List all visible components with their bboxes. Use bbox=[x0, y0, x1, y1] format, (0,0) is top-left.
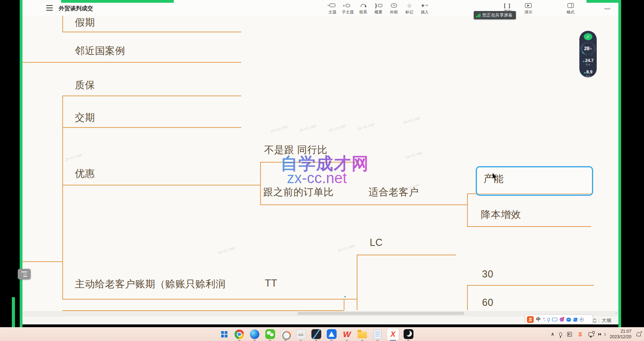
ime-mode-chinese[interactable]: 中 bbox=[536, 316, 541, 323]
watermark-tile: zx-cc.net bbox=[217, 245, 235, 255]
branch-line bbox=[344, 299, 344, 310]
ime-assistant-icon[interactable] bbox=[566, 318, 571, 322]
branch-line bbox=[357, 255, 456, 255]
notes-icon bbox=[374, 330, 382, 339]
taskbar-icons: W X bbox=[218, 327, 414, 341]
branch-line bbox=[62, 185, 261, 185]
zen-icon: [ ] bbox=[504, 2, 511, 8]
photos-icon bbox=[296, 329, 306, 339]
branch-line bbox=[260, 162, 261, 205]
node-delivery[interactable]: 交期 bbox=[75, 111, 95, 124]
booster-widget[interactable]: ✓ 28% 24.7 K/s 8.9 K/s bbox=[579, 31, 597, 77]
node-credit-terms[interactable]: 主动给老客户账期（赊账只赊利润 bbox=[75, 277, 226, 290]
start-button[interactable] bbox=[218, 328, 230, 340]
taskbar-chrome[interactable] bbox=[233, 328, 245, 340]
relationship-icon bbox=[361, 2, 366, 8]
folder-icon bbox=[357, 332, 367, 338]
outline-panel-toggle[interactable] bbox=[18, 269, 31, 279]
outline-view-button[interactable]: 大纲 bbox=[602, 317, 611, 324]
chrome-icon bbox=[235, 330, 244, 339]
node-neighbor-case[interactable]: 邻近国案例 bbox=[75, 44, 125, 57]
share-border-right bbox=[618, 0, 621, 327]
taskbar-notes[interactable] bbox=[372, 328, 383, 340]
scrollbar-thumb[interactable] bbox=[298, 312, 464, 315]
tray-ime-icon[interactable] bbox=[567, 332, 572, 337]
node-60[interactable]: 60 bbox=[482, 297, 493, 308]
sogou-ime-bar[interactable]: S 中 °, bbox=[525, 315, 592, 324]
tray-microphone-icon[interactable] bbox=[559, 332, 562, 336]
taskbar-browser[interactable] bbox=[279, 328, 291, 340]
mindmap-canvas[interactable]: zx-cc.net zx-cc.net zx-cc.net zx-cc.net … bbox=[0, 0, 644, 341]
taskbar-explorer[interactable] bbox=[356, 328, 368, 340]
ime-punctuation[interactable]: °, bbox=[543, 317, 545, 322]
watermark-tile: zx-cc.net bbox=[298, 123, 316, 133]
branch-line bbox=[62, 96, 63, 299]
ime-emoji-icon[interactable] bbox=[560, 317, 564, 322]
edge-icon bbox=[250, 330, 259, 339]
share-border-top bbox=[586, 0, 621, 3]
upload-speed: 24.7 K/s bbox=[583, 57, 594, 66]
taskbar-editor[interactable] bbox=[310, 328, 322, 340]
taskbar-photos[interactable] bbox=[295, 328, 307, 340]
main-toolbar: 主题 子主题 联系 } 概要 外框 ☆ 标记 + bbox=[325, 2, 432, 15]
node-cost-reduction[interactable]: 降本增效 bbox=[481, 208, 521, 221]
sogou-logo-icon[interactable]: S bbox=[527, 316, 534, 323]
summary-button[interactable]: } 概要 bbox=[371, 2, 386, 15]
taskbar-nightmode[interactable] bbox=[402, 328, 414, 340]
branch-line bbox=[62, 127, 241, 128]
zoom-stepper[interactable] bbox=[594, 319, 596, 322]
taskbar-active-app[interactable]: X bbox=[387, 328, 399, 340]
format-button[interactable]: 格式 bbox=[563, 2, 578, 15]
tray-clock[interactable]: 21:07 2023/12/20 bbox=[610, 329, 631, 340]
wps-icon: W bbox=[343, 330, 351, 339]
node-holiday[interactable]: 假期 bbox=[75, 16, 95, 29]
tray-expand-chevron[interactable]: ∧ bbox=[551, 332, 554, 337]
taskbar-mindapp[interactable] bbox=[326, 328, 337, 340]
browser-360-icon bbox=[281, 330, 290, 339]
relationship-button[interactable]: 联系 bbox=[356, 2, 370, 15]
node-lc[interactable]: LC bbox=[370, 237, 383, 248]
menu-icon[interactable] bbox=[46, 5, 53, 11]
branch-line bbox=[62, 32, 241, 32]
taskbar-wps[interactable]: W bbox=[341, 328, 353, 340]
ime-keyboard-icon[interactable] bbox=[552, 318, 557, 321]
tray-speaker-icon[interactable] bbox=[599, 332, 605, 337]
dark-app-icon bbox=[311, 329, 321, 339]
tray-display-icon[interactable] bbox=[588, 332, 594, 336]
watermark-tile: zx-cc.net bbox=[328, 123, 346, 133]
branch-line bbox=[467, 285, 594, 286]
node-warranty[interactable]: 质保 bbox=[75, 79, 95, 92]
scrollbar-arrow-icon[interactable]: › bbox=[616, 311, 617, 315]
share-border-top bbox=[61, 0, 174, 3]
ime-voice-icon[interactable] bbox=[547, 318, 550, 321]
topic-icon bbox=[329, 2, 335, 8]
tray-notifications-icon[interactable] bbox=[637, 332, 641, 336]
minimize-button[interactable]: — bbox=[603, 3, 612, 13]
tray-sogou-icon[interactable]: S bbox=[577, 331, 583, 337]
outline-icon bbox=[21, 272, 27, 277]
usage-percent: 28 bbox=[584, 46, 590, 51]
node-prev-order-compare[interactable]: 跟之前的订单比 bbox=[263, 185, 334, 199]
mountain-app-icon bbox=[327, 329, 337, 339]
moon-icon bbox=[404, 329, 413, 339]
marker-button[interactable]: ☆ 标记 bbox=[402, 2, 417, 15]
format-icon bbox=[568, 2, 574, 8]
ime-apps-icon[interactable] bbox=[573, 318, 577, 322]
branch-line bbox=[260, 204, 468, 205]
node-tt[interactable]: TT bbox=[265, 277, 277, 289]
ime-settings-icon[interactable] bbox=[580, 318, 584, 322]
node-discount[interactable]: 优惠 bbox=[75, 167, 95, 180]
boundary-button[interactable]: 外框 bbox=[387, 2, 401, 15]
letterbox-left bbox=[0, 0, 20, 327]
branch-line bbox=[20, 261, 62, 262]
active-app-icon: X bbox=[391, 330, 396, 339]
taskbar-edge[interactable] bbox=[249, 328, 261, 340]
insert-button[interactable]: + 插入 bbox=[417, 2, 432, 15]
topic-button[interactable]: 主题 bbox=[325, 2, 340, 15]
branch-line bbox=[62, 299, 357, 300]
subtopic-button[interactable]: 子主题 bbox=[341, 2, 355, 15]
node-30[interactable]: 30 bbox=[482, 268, 493, 280]
taskbar-wechat[interactable] bbox=[264, 328, 276, 340]
divider bbox=[599, 319, 599, 323]
present-button[interactable]: 演示 bbox=[521, 2, 536, 15]
